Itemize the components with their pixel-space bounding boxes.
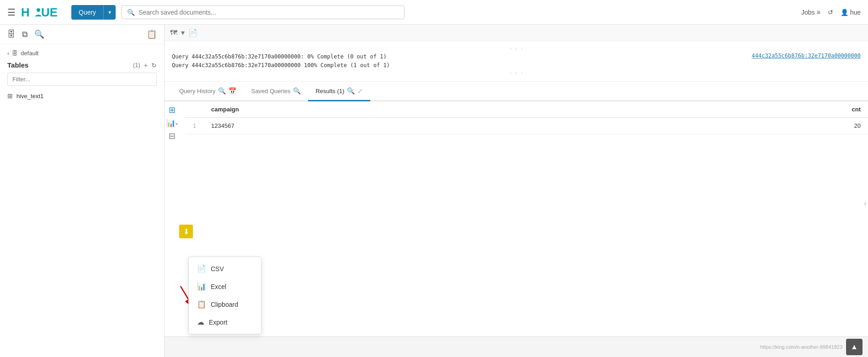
search-bar: 🔍	[121, 5, 405, 19]
search-tab-icon: 🔍	[218, 87, 226, 94]
search-results-icon: 🔍	[347, 87, 355, 94]
jobs-button[interactable]: Jobs ≡	[801, 9, 820, 16]
scroll-top-button[interactable]: ▲	[846, 339, 863, 355]
tables-actions: (1) + ↻	[133, 62, 157, 69]
csv-icon: 📄	[197, 264, 206, 273]
export-label: Export	[209, 319, 227, 326]
history-icon[interactable]: ↺	[828, 9, 833, 16]
output-link[interactable]: 444c32a55c6b876b:32e7170a00000000	[752, 52, 861, 59]
status-url: https://king.com/n-another-89841823	[760, 344, 842, 350]
table-row: 1 1234567 20	[186, 118, 868, 134]
back-arrow-icon: ‹	[7, 50, 9, 57]
col-header-campaign: campaign	[204, 101, 631, 118]
col-header-empty	[186, 101, 204, 118]
toolbar-dropdown-icon[interactable]: ▾	[181, 28, 185, 37]
clipboard-label: Clipboard	[211, 301, 238, 308]
map-icon[interactable]: 🗺	[170, 29, 177, 37]
output-line-1: Query 444c32a55c6b876b:32e7170a00000000:…	[172, 52, 390, 61]
output-area: · · · Query 444c32a55c6b876b:32e7170a000…	[165, 41, 868, 82]
sidebar-back[interactable]: ‹ 🗄 default	[7, 50, 157, 57]
status-bar: https://king.com/n-another-89841823 ▲	[165, 336, 868, 357]
right-content: 🗺 ▾ 📄 · · · Query 444c32a55c6b876b:32e71…	[165, 25, 868, 357]
excel-icon: 📊	[197, 282, 206, 291]
tab-saved-queries[interactable]: Saved Queries 🔍	[244, 82, 308, 101]
tabs-bar: Query History 🔍 📅 Saved Queries 🔍 Result…	[165, 82, 868, 101]
dropdown-csv[interactable]: 📄 CSV	[189, 260, 261, 278]
right-resize-handle[interactable]: ‹	[863, 25, 868, 357]
table-icon: ⊞	[7, 92, 13, 100]
documents-icon[interactable]: 📋	[147, 29, 157, 39]
svg-point-1	[37, 8, 40, 12]
chart-view-icon[interactable]: 📊▾	[166, 119, 178, 127]
tab-results[interactable]: Results (1) 🔍 ⤢	[308, 82, 370, 101]
expand-results-icon: ⤢	[357, 87, 363, 94]
tables-count: (1)	[133, 62, 140, 68]
output-row: Query 444c32a55c6b876b:32e7170a00000000:…	[172, 52, 861, 70]
results-area: ⊞ 📊▾ ⊟ campaign cnt 1 1234567 20	[165, 101, 868, 357]
editor-toolbar: 🗺 ▾ 📄	[165, 25, 868, 41]
output-line-2: Query 444c32a55c6b876b:32e7170a00000000 …	[172, 61, 390, 70]
sidebar-content: ‹ 🗄 default Tables (1) + ↻ ⊞ hive_text1	[0, 44, 164, 357]
query-button-label[interactable]: Query	[71, 5, 104, 20]
search-icon: 🔍	[127, 9, 135, 16]
logo: H UE	[21, 5, 62, 19]
query-button[interactable]: Query ▾	[71, 5, 116, 20]
dropdown-export[interactable]: ☁ Export	[189, 313, 261, 331]
search-saved-icon: 🔍	[293, 87, 301, 94]
csv-label: CSV	[211, 265, 224, 273]
split-view-icon[interactable]: ⊟	[169, 131, 176, 141]
dropdown-excel[interactable]: 📊 Excel	[189, 278, 261, 295]
download-button[interactable]: ⬇	[179, 225, 193, 238]
hamburger-icon[interactable]: ☰	[7, 7, 16, 18]
export-icon: ☁	[197, 318, 204, 326]
table-item[interactable]: ⊞ hive_text1	[7, 90, 157, 101]
tab-query-history[interactable]: Query History 🔍 📅	[172, 82, 244, 101]
sidebar-icon-bar: 🗄 ⧉ 🔍 📋	[0, 25, 164, 44]
table-name: hive_text1	[16, 93, 43, 100]
row-num: 1	[186, 118, 204, 134]
tab-results-label: Results (1)	[315, 88, 344, 94]
database-icon-small: 🗄	[12, 50, 18, 57]
excel-label: Excel	[211, 283, 226, 290]
search-sidebar-icon[interactable]: 🔍	[34, 29, 44, 39]
topnav: ☰ H UE Query ▾ 🔍 Jobs ≡ ↺ 👤 hue	[0, 0, 868, 25]
jobs-label: Jobs	[801, 9, 815, 16]
results-table: campaign cnt 1 1234567 20	[186, 101, 868, 134]
cell-campaign: 1234567	[204, 118, 631, 134]
clipboard-icon: 📋	[197, 300, 206, 309]
left-sidebar: 🗄 ⧉ 🔍 📋 ‹ 🗄 default Tables (1) + ↻ ⊞	[0, 25, 165, 357]
search-input[interactable]	[138, 9, 399, 16]
main-layout: 🗄 ⧉ 🔍 📋 ‹ 🗄 default Tables (1) + ↻ ⊞	[0, 25, 868, 357]
col-header-cnt: cnt	[631, 101, 868, 118]
tables-filter-input[interactable]	[7, 73, 157, 86]
tables-header: Tables (1) + ↻	[7, 61, 157, 69]
database-icon[interactable]: 🗄	[7, 30, 16, 39]
topnav-right: Jobs ≡ ↺ 👤 hue	[801, 9, 861, 16]
refresh-icon[interactable]: ↻	[151, 62, 157, 69]
grid-view-icon[interactable]: ⊞	[169, 105, 176, 115]
tab-saved-queries-label: Saved Queries	[251, 88, 290, 94]
tab-query-history-label: Query History	[179, 88, 215, 94]
resize-handle-bottom[interactable]: · · ·	[172, 70, 861, 77]
sidebar-back-label: default	[21, 50, 38, 57]
svg-text:UE: UE	[41, 5, 58, 19]
calendar-tab-icon: 📅	[229, 87, 236, 94]
output-text: Query 444c32a55c6b876b:32e7170a00000000:…	[172, 52, 390, 70]
toolbar-doc-icon[interactable]: 📄	[188, 28, 197, 37]
export-dropdown-menu: 📄 CSV 📊 Excel 📋 Clipboard ☁ Export	[188, 257, 261, 334]
svg-text:H: H	[21, 5, 30, 19]
query-button-arrow[interactable]: ▾	[104, 5, 116, 19]
jobs-icon: ≡	[817, 9, 820, 16]
dropdown-clipboard[interactable]: 📋 Clipboard	[189, 295, 261, 313]
tables-title: Tables	[7, 61, 28, 69]
resize-handle-top[interactable]: · · ·	[172, 46, 861, 52]
copy-icon[interactable]: ⧉	[22, 30, 28, 39]
cell-cnt: 20	[631, 118, 868, 134]
user-label[interactable]: 👤 hue	[841, 9, 861, 16]
add-table-icon[interactable]: +	[144, 62, 148, 69]
